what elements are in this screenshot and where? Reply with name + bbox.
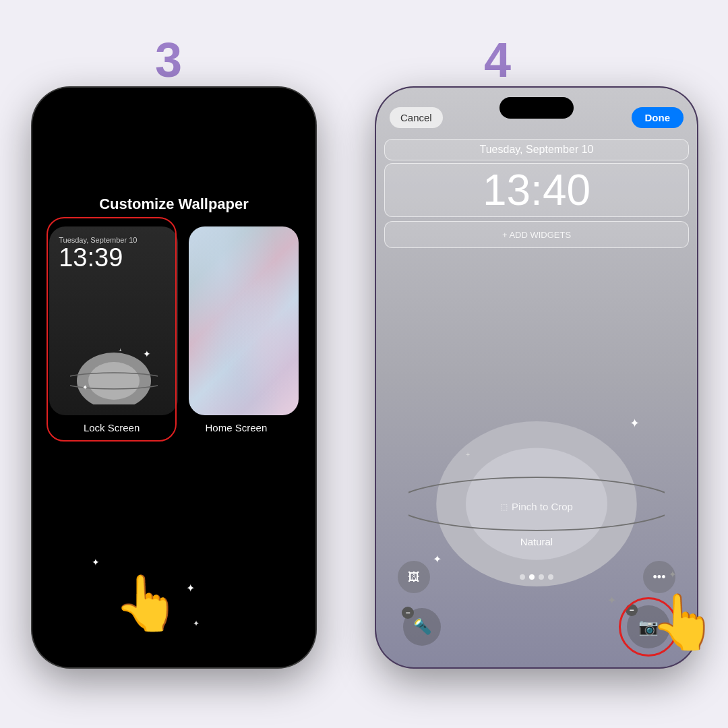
thumb-planet-svg: ✦ ✦ + xyxy=(70,344,158,404)
pinch-label-text: Pinch to Crop xyxy=(512,501,573,512)
marble-overlay xyxy=(189,226,299,415)
top-bar: Cancel Done xyxy=(376,88,697,133)
hand-cursor-left: 👆 xyxy=(113,572,181,635)
step-3-number: 3 xyxy=(155,32,182,88)
dot-3 xyxy=(539,574,544,580)
date-pill[interactable]: Tuesday, September 10 xyxy=(384,139,689,160)
screen-right: ✦ ✦ + Cancel Done Tuesday, September 10 … xyxy=(376,88,697,667)
gallery-icon[interactable]: 🖼 xyxy=(398,561,430,593)
time-display: 13:40 xyxy=(483,166,590,214)
sparkle-left-1: ✦ xyxy=(92,557,100,568)
time-pill[interactable]: 13:40 xyxy=(384,163,689,217)
camera-minus: − xyxy=(626,604,638,616)
svg-text:✦: ✦ xyxy=(630,417,640,430)
dynamic-island-left xyxy=(137,97,211,119)
dot-4 xyxy=(548,574,553,580)
svg-text:✦: ✦ xyxy=(82,384,88,391)
thumb-date: Tuesday, September 10 xyxy=(59,236,169,244)
planet-svg-right: ✦ ✦ + xyxy=(408,398,665,586)
torch-minus: − xyxy=(402,607,414,619)
add-widgets-pill[interactable]: + ADD WIDGETS xyxy=(384,221,689,248)
svg-text:✦: ✦ xyxy=(143,348,151,359)
phone-left: Customize Wallpaper Tuesday, September 1… xyxy=(32,88,315,667)
options-labels: Lock Screen Home Screen xyxy=(49,417,299,439)
svg-point-1 xyxy=(88,362,140,400)
hand-cursor-right: 👆 xyxy=(650,590,717,654)
lock-screen-thumb[interactable]: Tuesday, September 10 13:39 ✦ ✦ + xyxy=(49,226,178,415)
step-4-number: 4 xyxy=(484,32,511,88)
home-screen-thumb[interactable] xyxy=(189,226,299,415)
done-button[interactable]: Done xyxy=(632,107,684,128)
torch-button[interactable]: − 🔦 xyxy=(403,608,441,646)
dots-row xyxy=(520,574,553,580)
sparkle-right-1: ✦ xyxy=(669,569,677,580)
home-screen-option[interactable]: Home Screen xyxy=(174,417,299,439)
dot-1 xyxy=(520,574,525,580)
lock-screen-label: Lock Screen xyxy=(84,422,140,433)
sparkle-right-2: ✦ xyxy=(607,594,616,607)
pinch-to-crop: ⬚ Pinch to Crop xyxy=(500,501,573,512)
lock-screen-bg: ✦ ✦ + Cancel Done Tuesday, September 10 … xyxy=(376,88,697,667)
svg-text:+: + xyxy=(119,347,122,353)
thumb-time: 13:39 xyxy=(59,244,169,272)
cancel-button[interactable]: Cancel xyxy=(390,107,443,128)
dot-2 xyxy=(529,574,535,580)
phone-right: ✦ ✦ + Cancel Done Tuesday, September 10 … xyxy=(376,88,697,667)
torch-icon: 🔦 xyxy=(413,618,431,636)
svg-text:+: + xyxy=(466,450,470,458)
date-display: Tuesday, September 10 xyxy=(480,144,594,155)
customize-wallpaper-title: Customize Wallpaper xyxy=(99,195,249,213)
sparkle-left-2: ✦ xyxy=(186,582,195,595)
sparkle-left-3: ✦ xyxy=(193,619,200,628)
lock-edit-overlay: Tuesday, September 10 13:40 + ADD WIDGET… xyxy=(376,133,697,253)
wallpaper-options: Tuesday, September 10 13:39 ✦ ✦ + xyxy=(49,226,299,415)
lock-screen-option[interactable]: Lock Screen xyxy=(49,417,174,439)
natural-label: Natural xyxy=(376,536,697,547)
add-widgets-text: + ADD WIDGETS xyxy=(502,230,571,240)
home-screen-label: Home Screen xyxy=(206,422,268,433)
